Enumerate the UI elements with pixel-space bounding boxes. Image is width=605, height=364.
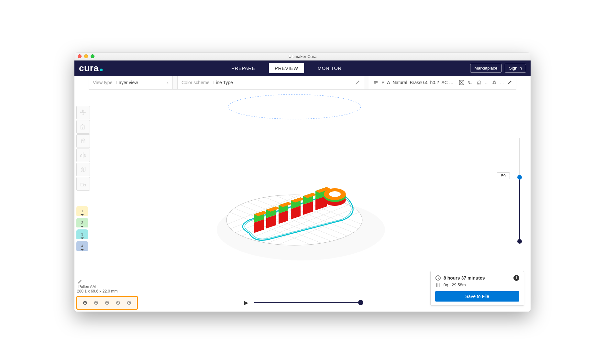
viewport-3d[interactable]: 1 2 3 4 Pollen AM 280.1 x 69.6 x 22.0 mm…: [74, 90, 531, 312]
color-scheme-value: Line Type: [213, 80, 233, 85]
save-to-file-button[interactable]: Save to File: [435, 291, 519, 302]
print-info-panel: 8 hours 37 minutes i 0g · 29.58m Save to…: [430, 271, 524, 306]
window-controls: [78, 54, 94, 58]
window-title: Ultimaker Cura: [74, 54, 531, 59]
layer-slider-bottom-knob[interactable]: [517, 239, 522, 244]
print-time-value: 8 hours 37 minutes: [444, 275, 485, 281]
tab-preview[interactable]: PREVIEW: [269, 63, 304, 73]
svg-line-16: [210, 185, 340, 237]
fullscreen-window-button[interactable]: [91, 54, 94, 58]
infill-value: 3...: [468, 80, 473, 85]
svg-marker-30: [291, 197, 301, 209]
svg-point-40: [324, 188, 346, 200]
logo-text: cura: [79, 63, 99, 73]
tab-monitor[interactable]: MONITOR: [312, 63, 347, 73]
camera-front-button[interactable]: [92, 298, 101, 307]
pencil-icon: [355, 80, 360, 85]
view-type-label: View type: [93, 80, 112, 85]
svg-marker-24: [266, 206, 276, 218]
view-type-value: Layer view: [116, 80, 138, 85]
layer-slider-top-knob[interactable]: [517, 175, 522, 180]
simulation-knob[interactable]: [358, 300, 363, 305]
svg-marker-20: [254, 219, 264, 233]
move-tool-button[interactable]: [76, 106, 90, 119]
marketplace-button[interactable]: Marketplace: [470, 64, 501, 72]
svg-point-0: [228, 94, 361, 119]
extruder-chip-1[interactable]: 1: [76, 206, 88, 216]
svg-line-19: [249, 204, 379, 256]
camera-right-button[interactable]: [125, 298, 134, 307]
svg-marker-22: [254, 211, 268, 216]
tab-prepare[interactable]: PREPARE: [226, 63, 261, 73]
layer-number-label: 59: [497, 172, 510, 179]
layer-slider[interactable]: 59: [516, 138, 523, 242]
per-model-tool-button[interactable]: [76, 163, 90, 176]
app-window: Ultimaker Cura cura PREPARE PREVIEW MONI…: [74, 53, 531, 312]
logo-accent-icon: [100, 69, 103, 71]
ellipsis-2: ...: [500, 80, 504, 85]
view-settings-bar: View type Layer view ‹ Color scheme Line…: [89, 76, 516, 90]
mirror-tool-button[interactable]: [76, 149, 90, 162]
svg-marker-28: [279, 202, 292, 207]
svg-line-15: [217, 188, 346, 240]
pencil-icon[interactable]: [77, 279, 117, 284]
svg-line-8: [249, 185, 379, 237]
profile-summary-icons: 3... ... ...: [459, 80, 512, 85]
camera-iso-button[interactable]: [81, 298, 90, 307]
app-header: cura PREPARE PREVIEW MONITOR Marketplace…: [74, 61, 531, 76]
material-usage-value: 0g · 29.58m: [444, 282, 466, 287]
svg-marker-27: [279, 202, 288, 214]
svg-point-3: [226, 195, 362, 245]
svg-marker-26: [279, 210, 288, 224]
scale-tool-button[interactable]: [76, 120, 90, 134]
clock-icon: [435, 275, 441, 281]
simulation-track[interactable]: [254, 302, 361, 303]
svg-marker-33: [303, 193, 313, 204]
svg-marker-21: [254, 211, 264, 223]
svg-point-39: [324, 190, 346, 202]
svg-line-5: [230, 195, 359, 247]
model-name: Pollen AM: [78, 284, 96, 289]
svg-line-11: [210, 204, 340, 256]
camera-views-toolbar: [76, 296, 138, 310]
svg-marker-23: [266, 215, 276, 228]
color-scheme-label: Color scheme: [182, 80, 209, 85]
svg-line-14: [236, 198, 366, 250]
svg-marker-37: [315, 187, 331, 193]
stage-tabs: PREPARE PREVIEW MONITOR: [226, 63, 347, 73]
color-scheme-dropdown[interactable]: Color scheme Line Type: [177, 76, 364, 89]
svg-marker-29: [291, 206, 301, 219]
extruder-chip-4[interactable]: 4: [76, 241, 88, 251]
infill-icon: [459, 80, 464, 85]
close-window-button[interactable]: [78, 54, 82, 58]
simulation-slider[interactable]: ▶: [244, 300, 361, 306]
pencil-icon: [507, 80, 512, 85]
svg-line-17: [204, 182, 333, 234]
camera-top-button[interactable]: [103, 298, 112, 307]
profile-icon: [373, 80, 378, 85]
camera-left-button[interactable]: [114, 298, 123, 307]
extruder-chip-3[interactable]: 3: [76, 229, 88, 239]
app-logo: cura: [79, 63, 103, 73]
svg-line-10: [217, 201, 346, 253]
info-icon[interactable]: i: [513, 275, 519, 281]
svg-point-1: [217, 199, 385, 260]
svg-line-9: [256, 182, 385, 234]
svg-line-18: [243, 201, 372, 253]
extruder-selector: 1 2 3 4: [76, 206, 88, 251]
sign-in-button[interactable]: Sign in: [505, 64, 526, 72]
print-settings-dropdown[interactable]: PLA_Natural_Brass0.4_h0.2_AC 0.... 3... …: [369, 76, 516, 89]
view-type-dropdown[interactable]: View type Layer view ‹: [89, 76, 173, 89]
support-blocker-tool-button[interactable]: [76, 177, 90, 191]
svg-line-4: [236, 192, 366, 243]
chevron-left-icon: ‹: [167, 80, 169, 85]
profile-name: PLA_Natural_Brass0.4_h0.2_AC 0....: [381, 80, 456, 85]
ellipsis-1: ...: [485, 80, 489, 85]
play-icon[interactable]: ▶: [244, 300, 248, 306]
extruder-chip-2[interactable]: 2: [76, 218, 88, 227]
svg-point-41: [329, 191, 341, 197]
minimize-window-button[interactable]: [84, 54, 88, 58]
transform-toolbar: [76, 106, 90, 191]
rotate-tool-button[interactable]: [76, 134, 90, 148]
svg-line-6: [223, 198, 353, 250]
